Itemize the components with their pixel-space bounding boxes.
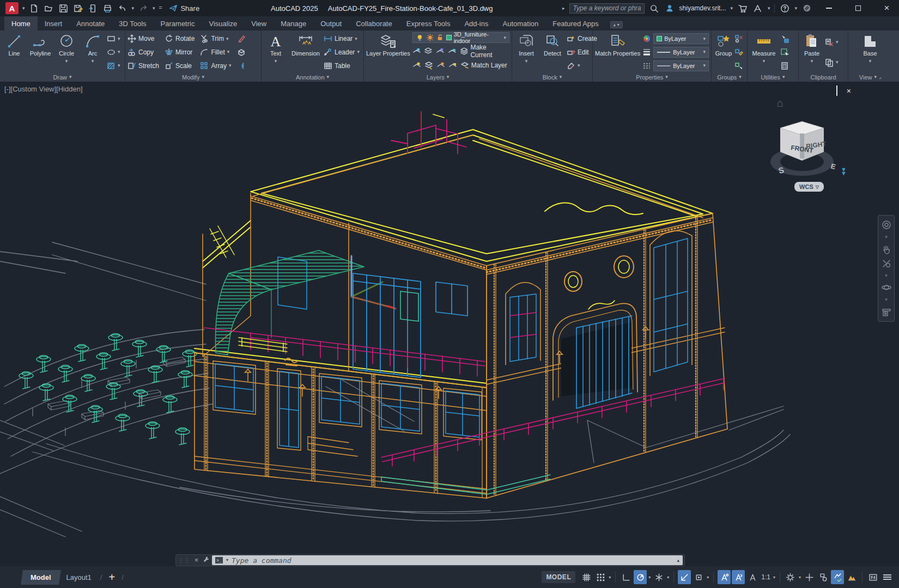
cut-icon[interactable]: ▾: [825, 36, 839, 48]
app-menu-chevron-icon[interactable]: ▾: [22, 6, 25, 11]
object-snap-toggle[interactable]: [692, 570, 705, 584]
mirror-button[interactable]: Mirror: [165, 46, 195, 58]
panel-label-clipboard[interactable]: Clipboard: [799, 72, 848, 82]
leader-button[interactable]: Leader▾: [324, 46, 360, 58]
save-icon[interactable]: [58, 3, 69, 14]
plot-icon[interactable]: [102, 3, 113, 14]
viewport-restore-icon[interactable]: [836, 86, 837, 96]
model-space-viewport[interactable]: [-][Custom View][Hidden] × ⌂ S E FRONT R…: [0, 82, 899, 566]
open-file-icon[interactable]: [44, 3, 54, 14]
measure-button[interactable]: Measure▾: [750, 32, 778, 72]
search-input[interactable]: [569, 3, 645, 14]
grid-display-toggle[interactable]: [580, 570, 593, 584]
zoom-chevron-icon[interactable]: ▾: [885, 273, 888, 278]
isometric-drafting-toggle[interactable]: [652, 570, 665, 584]
search-icon[interactable]: [649, 3, 660, 14]
tab-express-tools[interactable]: Express Tools: [399, 16, 458, 30]
layer-freeze-icon[interactable]: [436, 47, 445, 56]
close-window-button[interactable]: ×: [874, 0, 899, 16]
isolate-objects-icon[interactable]: [817, 570, 830, 584]
rotate-button[interactable]: Rotate: [165, 33, 195, 45]
linear-dimension-button[interactable]: Linear▾: [324, 33, 360, 45]
help-icon[interactable]: [779, 3, 790, 14]
annotation-visibility-toggle[interactable]: [718, 570, 731, 584]
snap-chevron-icon[interactable]: ▾: [608, 575, 611, 580]
layout1-tab[interactable]: Layout1: [60, 570, 98, 585]
panel-label-layers[interactable]: Layers▾: [364, 72, 512, 82]
layer-thaw-icon[interactable]: [436, 61, 445, 70]
match-layer-button[interactable]: Match Layer: [460, 59, 507, 71]
tab-home[interactable]: Home: [4, 16, 38, 30]
autodesk-app-chevron-icon[interactable]: ▾: [768, 6, 770, 11]
base-view-button[interactable]: Base▾: [858, 32, 882, 72]
wcs-selector[interactable]: WCS ▽: [794, 182, 824, 192]
panel-label-annotation[interactable]: Annotation▾: [262, 72, 363, 82]
polyline-button[interactable]: Polyline: [28, 32, 52, 72]
status-customization-hamburger-icon[interactable]: [880, 570, 894, 584]
undo-chevron-icon[interactable]: ▾: [132, 6, 135, 11]
viewcube-expand-chevrons-icon[interactable]: ▼▼: [841, 168, 847, 175]
tab-3d-tools[interactable]: 3D Tools: [112, 16, 153, 30]
redo-chevron-icon[interactable]: ▾: [153, 6, 155, 11]
explode-button[interactable]: [237, 46, 246, 58]
user-menu-chevron-icon[interactable]: ▾: [730, 6, 733, 11]
panel-label-block[interactable]: Block▾: [512, 72, 592, 82]
navigation-wheel-icon[interactable]: [882, 220, 891, 230]
command-bar-close-icon[interactable]: ×: [192, 556, 201, 564]
polar-chevron-icon[interactable]: ▾: [648, 575, 651, 580]
snap-mode-toggle[interactable]: [594, 570, 607, 584]
object-snap-tracking-toggle[interactable]: [678, 570, 691, 584]
lineweight-icon[interactable]: [642, 46, 651, 58]
panel-label-utilities[interactable]: Utilities▾: [748, 72, 798, 82]
object-color-combo[interactable]: ByLayer▾: [653, 33, 709, 44]
new-file-icon[interactable]: [29, 3, 40, 14]
navigation-wheel-chevron-icon[interactable]: ▾: [885, 235, 888, 240]
annotation-monitor-plus-icon[interactable]: [803, 570, 816, 584]
signed-in-user[interactable]: shiyamdev.srit...: [679, 4, 726, 12]
new-layout-button[interactable]: +: [104, 571, 119, 584]
zoom-extents-icon[interactable]: [882, 259, 891, 268]
recent-commands-chevron-icon[interactable]: ▾: [226, 558, 228, 562]
panel-label-modify[interactable]: Modify▾: [125, 72, 261, 82]
hatch-button[interactable]: ▾: [107, 59, 120, 72]
minimize-window-button[interactable]: [817, 0, 841, 16]
insert-block-button[interactable]: Insert▾: [514, 32, 538, 72]
app-menu-button[interactable]: A: [5, 2, 19, 14]
dimension-button[interactable]: Dimension: [290, 32, 321, 72]
panel-label-groups[interactable]: Groups▾: [712, 72, 747, 82]
minimize-ribbon-button[interactable]: ▴ ▾: [610, 21, 623, 28]
annotation-scale-chevron-icon[interactable]: ▾: [773, 575, 776, 580]
group-button[interactable]: Group: [714, 32, 733, 72]
panel-label-draw[interactable]: Draw▾: [0, 72, 125, 82]
stretch-button[interactable]: Stretch: [127, 59, 159, 72]
move-button[interactable]: Move: [127, 33, 159, 45]
quick-calculator-icon[interactable]: [780, 59, 789, 72]
undo-icon[interactable]: [117, 3, 128, 14]
tab-parametric[interactable]: Parametric: [154, 16, 202, 30]
tab-visualize[interactable]: Visualize: [202, 16, 244, 30]
app-store-cart-icon[interactable]: [737, 3, 748, 14]
maximize-window-button[interactable]: [846, 0, 870, 16]
trim-button[interactable]: Trim▾: [200, 33, 231, 45]
panel-label-properties[interactable]: Properties▾: [593, 72, 711, 82]
layer-isolate-icon[interactable]: [424, 47, 433, 56]
linetype-combo[interactable]: ByLayer▾: [653, 60, 709, 71]
autodesk-app-icon[interactable]: [752, 3, 763, 14]
rectangle-button[interactable]: ▾: [107, 33, 120, 45]
pan-icon[interactable]: [882, 244, 891, 254]
tab-output[interactable]: Output: [313, 16, 349, 30]
layer-selector-combo[interactable]: 3D_furniture-indoor ▾: [412, 32, 509, 43]
customize-qat-chevron-icon[interactable]: =: [159, 5, 162, 11]
layer-off-icon[interactable]: [412, 47, 421, 56]
offset-button[interactable]: [237, 59, 246, 72]
isometric-chevron-icon[interactable]: ▾: [666, 575, 670, 580]
open-from-mobile-icon[interactable]: [88, 3, 99, 14]
copy-clip-icon[interactable]: ▾: [825, 56, 839, 69]
object-snap-chevron-icon[interactable]: ▾: [706, 575, 709, 580]
layer-lock-icon[interactable]: [448, 47, 457, 56]
tab-add-ins[interactable]: Add-ins: [457, 16, 495, 30]
array-button[interactable]: Array▾: [200, 59, 231, 72]
object-color-wheel-icon[interactable]: [642, 33, 651, 45]
ellipse-button[interactable]: ▾: [107, 46, 120, 58]
layer-properties-button[interactable]: Layer Properties: [366, 32, 410, 72]
